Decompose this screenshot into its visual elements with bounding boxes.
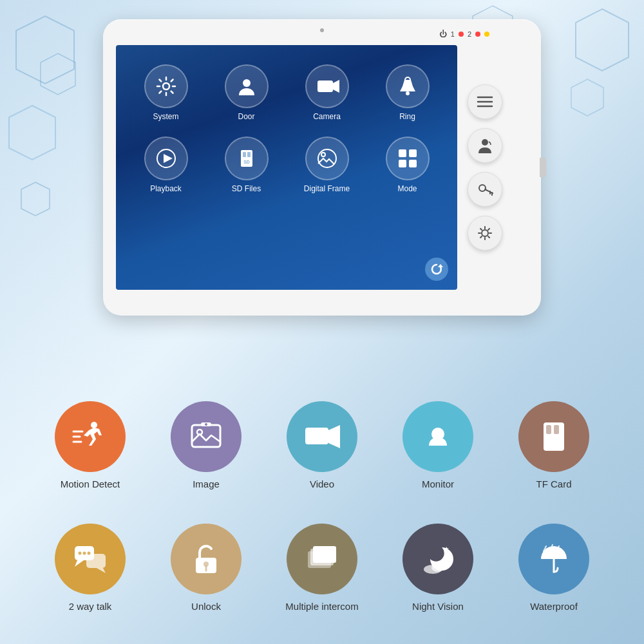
features-row-1: Motion Detect Image Video xyxy=(0,401,644,489)
app-mode-icon xyxy=(386,137,430,180)
power-icon: ⏻ xyxy=(439,30,447,39)
app-camera-label: Camera xyxy=(313,112,341,121)
menu-button[interactable] xyxy=(468,84,502,119)
svg-point-29 xyxy=(479,185,486,191)
svg-point-18 xyxy=(318,149,336,167)
unlock-icon xyxy=(171,524,242,594)
multiple-intercom-label: Multiple intercom xyxy=(285,601,358,612)
svg-point-11 xyxy=(406,91,410,95)
app-playback-label: Playback xyxy=(150,184,182,193)
svg-point-33 xyxy=(482,230,488,236)
monitor-label: Monitor xyxy=(422,478,454,489)
screen-refresh-button[interactable] xyxy=(425,258,448,281)
two-way-talk-icon xyxy=(55,524,126,594)
motion-detect-icon xyxy=(55,401,126,472)
feature-motion-detect: Motion Detect xyxy=(32,401,148,489)
app-playback[interactable]: Playback xyxy=(129,137,203,193)
app-ring-label: Ring xyxy=(399,112,415,121)
svg-point-28 xyxy=(482,139,488,146)
svg-marker-49 xyxy=(75,560,84,567)
svg-rect-23 xyxy=(409,160,417,167)
svg-rect-16 xyxy=(247,152,251,157)
svg-point-8 xyxy=(243,79,251,87)
app-mode[interactable]: Mode xyxy=(370,137,444,193)
image-icon xyxy=(171,401,242,472)
status-label-2: 2 xyxy=(468,30,471,38)
svg-rect-9 xyxy=(317,80,333,92)
app-sdfiles-label: SD Files xyxy=(232,184,261,193)
app-ring-icon xyxy=(386,64,430,108)
svg-marker-10 xyxy=(333,80,339,93)
feature-unlock: Unlock xyxy=(148,524,264,612)
svg-rect-22 xyxy=(399,160,406,167)
feature-monitor: Monitor xyxy=(380,401,496,489)
app-door-label: Door xyxy=(238,112,254,121)
svg-rect-20 xyxy=(399,149,406,157)
svg-point-53 xyxy=(83,552,86,555)
status-indicators: ⏻ 1 2 xyxy=(439,30,489,39)
side-connector xyxy=(540,158,546,177)
key-button[interactable] xyxy=(468,172,502,207)
feature-multiple-intercom: Multiple intercom xyxy=(264,524,380,612)
indicator-dot-1 xyxy=(459,32,464,37)
device: ⏻ 1 2 System xyxy=(103,19,541,316)
svg-marker-2 xyxy=(9,106,55,160)
svg-marker-24 xyxy=(438,264,443,267)
svg-rect-47 xyxy=(554,425,559,434)
feature-video: Video xyxy=(264,401,380,489)
night-vision-label: Night Vision xyxy=(412,601,464,612)
svg-rect-42 xyxy=(305,428,328,444)
svg-rect-46 xyxy=(546,425,551,434)
feature-image: Image xyxy=(148,401,264,489)
app-camera[interactable]: Camera xyxy=(290,64,364,121)
svg-marker-51 xyxy=(97,568,106,573)
device-body: ⏻ 1 2 System xyxy=(103,19,541,316)
night-vision-icon xyxy=(402,524,473,594)
feature-waterproof: Waterproof xyxy=(496,524,612,612)
device-screen: System Door xyxy=(116,45,457,290)
app-door-icon xyxy=(225,64,269,108)
svg-point-54 xyxy=(88,552,91,555)
feature-night-vision: Night Vision xyxy=(380,524,496,612)
svg-point-34 xyxy=(91,422,97,428)
features-row-2: 2 way talk Unlock Multiple intercom xyxy=(0,524,644,612)
video-label: Video xyxy=(310,478,334,489)
svg-point-7 xyxy=(163,83,169,90)
indicator-dot-2 xyxy=(475,32,480,37)
motion-detect-label: Motion Detect xyxy=(61,478,120,489)
app-door[interactable]: Door xyxy=(209,64,283,121)
app-system-label: System xyxy=(153,112,178,121)
video-icon xyxy=(287,401,357,472)
feature-tf-card: TF Card xyxy=(496,401,612,489)
svg-marker-4 xyxy=(21,182,50,216)
svg-rect-50 xyxy=(86,554,106,568)
app-playback-icon xyxy=(144,137,188,180)
app-system-icon xyxy=(144,64,188,108)
app-sdfiles[interactable]: SD SD Files xyxy=(209,137,283,193)
app-digitalframe-icon xyxy=(305,137,349,180)
camera-dot xyxy=(320,28,324,32)
svg-point-19 xyxy=(321,153,325,156)
svg-marker-6 xyxy=(571,79,603,116)
intercom-button[interactable] xyxy=(468,128,502,163)
svg-marker-1 xyxy=(41,53,75,95)
svg-rect-14 xyxy=(241,150,252,167)
app-grid: System Door xyxy=(116,45,457,213)
svg-rect-15 xyxy=(243,152,246,157)
waterproof-label: Waterproof xyxy=(530,601,578,612)
monitor-button[interactable] xyxy=(468,216,502,251)
svg-point-52 xyxy=(79,552,82,555)
app-digitalframe-label: Digital Frame xyxy=(304,184,350,193)
tf-card-icon xyxy=(518,401,589,472)
indicator-dot-3 xyxy=(484,32,489,37)
app-ring[interactable]: Ring xyxy=(370,64,444,121)
multiple-intercom-icon xyxy=(287,524,357,594)
svg-rect-60 xyxy=(313,546,336,563)
two-way-talk-label: 2 way talk xyxy=(69,601,112,612)
svg-rect-38 xyxy=(192,425,220,447)
app-system[interactable]: System xyxy=(129,64,203,121)
feature-two-way-talk: 2 way talk xyxy=(32,524,148,612)
app-digitalframe[interactable]: Digital Frame xyxy=(290,137,364,193)
svg-text:SD: SD xyxy=(243,160,250,164)
unlock-label: Unlock xyxy=(191,601,221,612)
